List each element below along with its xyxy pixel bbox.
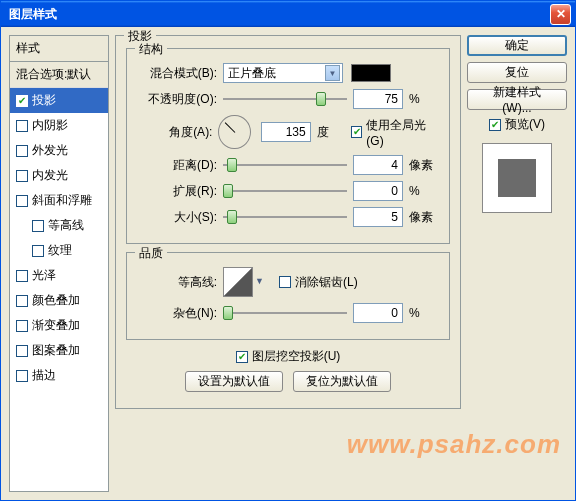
chevron-down-icon: ▼ bbox=[255, 276, 264, 286]
style-item-label: 斜面和浮雕 bbox=[32, 192, 92, 209]
new-style-button[interactable]: 新建样式(W)... bbox=[467, 89, 567, 110]
dialog-actions: 确定 复位 新建样式(W)... ✔ 预览(V) bbox=[467, 35, 567, 492]
spread-input[interactable] bbox=[353, 181, 403, 201]
style-item-label: 光泽 bbox=[32, 267, 56, 284]
checkbox-icon bbox=[16, 270, 28, 282]
checkbox-icon bbox=[279, 276, 291, 288]
angle-input[interactable] bbox=[261, 122, 311, 142]
cancel-button[interactable]: 复位 bbox=[467, 62, 567, 83]
checkbox-icon: ✔ bbox=[236, 351, 248, 363]
style-item-11[interactable]: 描边 bbox=[10, 363, 108, 388]
style-item-label: 内阴影 bbox=[32, 117, 68, 134]
styles-list: 样式 混合选项:默认 ✔投影内阴影外发光内发光斜面和浮雕等高线纹理光泽颜色叠加渐… bbox=[9, 35, 109, 492]
titlebar[interactable]: 图层样式 ✕ bbox=[1, 1, 575, 27]
checkbox-icon bbox=[32, 245, 44, 257]
style-item-3[interactable]: 内发光 bbox=[10, 163, 108, 188]
style-item-0[interactable]: ✔投影 bbox=[10, 88, 108, 113]
distance-slider[interactable] bbox=[223, 156, 347, 174]
angle-dial[interactable] bbox=[218, 115, 250, 149]
knockout-checkbox[interactable]: ✔ 图层挖空投影(U) bbox=[236, 348, 341, 365]
noise-slider[interactable] bbox=[223, 304, 347, 322]
size-label: 大小(S): bbox=[137, 209, 217, 226]
blend-mode-label: 混合模式(B): bbox=[137, 65, 217, 82]
preview-checkbox[interactable]: ✔ 预览(V) bbox=[467, 116, 567, 133]
checkbox-icon bbox=[16, 320, 28, 332]
style-item-label: 等高线 bbox=[48, 217, 84, 234]
style-item-2[interactable]: 外发光 bbox=[10, 138, 108, 163]
opacity-slider[interactable] bbox=[223, 90, 347, 108]
reset-default-button[interactable]: 复位为默认值 bbox=[293, 371, 391, 392]
structure-legend: 结构 bbox=[135, 41, 167, 58]
opacity-input[interactable] bbox=[353, 89, 403, 109]
spread-label: 扩展(R): bbox=[137, 183, 217, 200]
set-default-button[interactable]: 设置为默认值 bbox=[185, 371, 283, 392]
checkbox-icon bbox=[16, 145, 28, 157]
noise-input[interactable] bbox=[353, 303, 403, 323]
contour-picker[interactable]: ▼ bbox=[223, 267, 253, 297]
checkbox-icon bbox=[16, 195, 28, 207]
checkbox-icon: ✔ bbox=[489, 119, 501, 131]
style-item-label: 颜色叠加 bbox=[32, 292, 80, 309]
style-item-7[interactable]: 光泽 bbox=[10, 263, 108, 288]
style-item-8[interactable]: 颜色叠加 bbox=[10, 288, 108, 313]
style-item-4[interactable]: 斜面和浮雕 bbox=[10, 188, 108, 213]
style-item-1[interactable]: 内阴影 bbox=[10, 113, 108, 138]
size-slider[interactable] bbox=[223, 208, 347, 226]
checkbox-icon: ✔ bbox=[16, 95, 28, 107]
blending-options-item[interactable]: 混合选项:默认 bbox=[10, 62, 108, 88]
ok-button[interactable]: 确定 bbox=[467, 35, 567, 56]
angle-label: 角度(A): bbox=[137, 124, 212, 141]
close-icon: ✕ bbox=[556, 7, 566, 21]
effect-settings: 投影 结构 混合模式(B): 正片叠底 ▼ 不透明度(O): bbox=[115, 35, 461, 492]
checkbox-icon bbox=[16, 295, 28, 307]
distance-input[interactable] bbox=[353, 155, 403, 175]
global-light-checkbox[interactable]: ✔ 使用全局光(G) bbox=[351, 117, 439, 148]
style-item-label: 内发光 bbox=[32, 167, 68, 184]
style-item-5[interactable]: 等高线 bbox=[10, 213, 108, 238]
style-item-6[interactable]: 纹理 bbox=[10, 238, 108, 263]
opacity-label: 不透明度(O): bbox=[137, 91, 217, 108]
chevron-down-icon: ▼ bbox=[325, 65, 340, 81]
checkbox-icon: ✔ bbox=[351, 126, 362, 138]
style-item-label: 渐变叠加 bbox=[32, 317, 80, 334]
contour-label: 等高线: bbox=[137, 274, 217, 291]
checkbox-icon bbox=[16, 345, 28, 357]
style-item-9[interactable]: 渐变叠加 bbox=[10, 313, 108, 338]
shadow-color-swatch[interactable] bbox=[351, 64, 391, 82]
checkbox-icon bbox=[16, 170, 28, 182]
style-item-label: 描边 bbox=[32, 367, 56, 384]
style-item-label: 外发光 bbox=[32, 142, 68, 159]
close-button[interactable]: ✕ bbox=[550, 4, 571, 25]
distance-label: 距离(D): bbox=[137, 157, 217, 174]
style-item-label: 纹理 bbox=[48, 242, 72, 259]
style-item-label: 图案叠加 bbox=[32, 342, 80, 359]
style-item-10[interactable]: 图案叠加 bbox=[10, 338, 108, 363]
style-item-label: 投影 bbox=[32, 92, 56, 109]
quality-legend: 品质 bbox=[135, 245, 167, 262]
styles-header[interactable]: 样式 bbox=[10, 36, 108, 62]
antialias-checkbox[interactable]: 消除锯齿(L) bbox=[279, 274, 358, 291]
checkbox-icon bbox=[16, 120, 28, 132]
noise-label: 杂色(N): bbox=[137, 305, 217, 322]
spread-slider[interactable] bbox=[223, 182, 347, 200]
checkbox-icon bbox=[32, 220, 44, 232]
checkbox-icon bbox=[16, 370, 28, 382]
blend-mode-select[interactable]: 正片叠底 ▼ bbox=[223, 63, 343, 83]
window-title: 图层样式 bbox=[5, 6, 57, 23]
preview-swatch bbox=[482, 143, 552, 213]
size-input[interactable] bbox=[353, 207, 403, 227]
layer-style-dialog: 图层样式 ✕ 样式 混合选项:默认 ✔投影内阴影外发光内发光斜面和浮雕等高线纹理… bbox=[0, 0, 576, 501]
